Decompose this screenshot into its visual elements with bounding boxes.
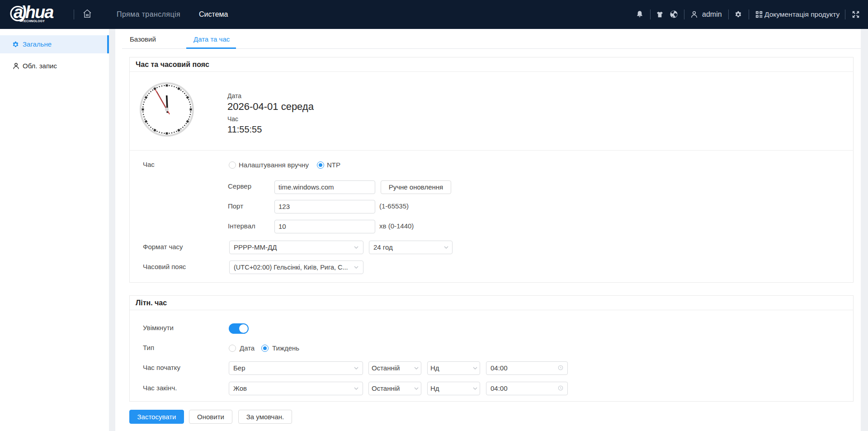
svg-text:TECHNOLOGY: TECHNOLOGY xyxy=(22,19,45,23)
